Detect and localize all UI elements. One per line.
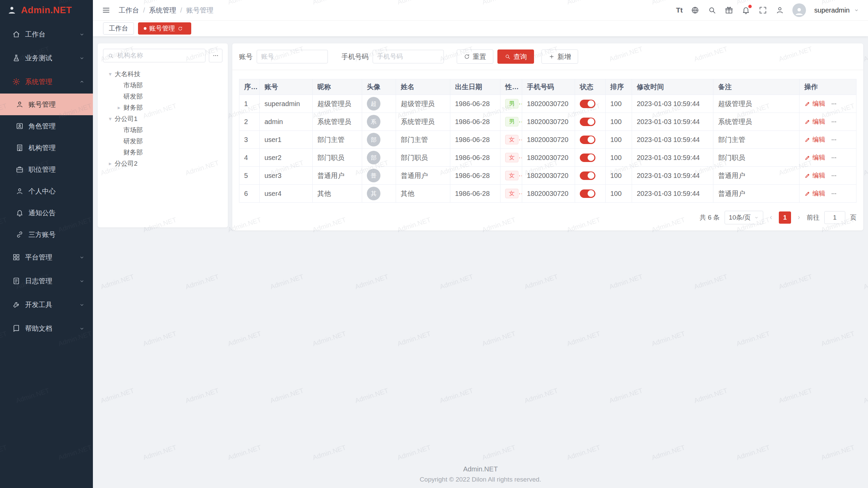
tab[interactable]: 账号管理 (138, 22, 191, 35)
avatar[interactable] (792, 3, 806, 17)
sidebar-item[interactable]: 工作台 (0, 22, 93, 46)
font-size-icon[interactable]: Tt (676, 6, 683, 14)
org-search (103, 49, 205, 62)
notification-button[interactable] (742, 6, 750, 15)
edit-button[interactable]: 编辑 (804, 171, 825, 180)
status-toggle[interactable] (580, 100, 595, 108)
chevron-down-icon[interactable] (854, 7, 859, 13)
refresh-icon[interactable] (178, 26, 183, 31)
tab[interactable]: 工作台 (103, 22, 134, 35)
sidebar-item[interactable]: 通知公告 (0, 202, 93, 224)
status-toggle[interactable] (580, 136, 595, 144)
breadcrumb-item[interactable]: 工作台 (119, 6, 139, 15)
add-button[interactable]: 新增 (541, 49, 578, 64)
sidebar-item[interactable]: 三方账号 (0, 224, 93, 245)
phone-filter-label: 手机号码 (341, 52, 369, 61)
tree-caret-icon[interactable]: ▾ (106, 71, 115, 77)
row-more-icon[interactable] (831, 101, 837, 107)
actions-cell: 编辑 (800, 149, 856, 167)
org-tree: ▾ 大名科技 市场部 研发部 (103, 68, 222, 169)
fullscreen-icon[interactable] (758, 6, 767, 15)
user-menu[interactable]: superadmin (814, 6, 850, 14)
remark-cell: 系统管理员 (713, 113, 800, 131)
birth-cell: 1986-06-28 (450, 113, 500, 131)
nickname-cell: 超级管理员 (313, 95, 362, 113)
flask-icon (12, 54, 20, 62)
edit-button[interactable]: 编辑 (804, 99, 825, 108)
breadcrumb-current: 账号管理 (186, 6, 213, 15)
sidebar-item[interactable]: 机构管理 (0, 137, 93, 159)
search-button[interactable]: 查询 (497, 49, 534, 64)
edit-icon (804, 172, 811, 179)
page-size-select[interactable]: 10条/页 (725, 211, 763, 224)
tree-node[interactable]: ▸ 分公司2 (103, 158, 222, 169)
breadcrumb: 工作台 / 系统管理 / 账号管理 (119, 6, 213, 15)
sidebar-item[interactable]: 开发工具 (0, 293, 93, 317)
row-more-icon[interactable] (831, 172, 837, 179)
row-more-icon[interactable] (831, 119, 837, 125)
avatar-cell: 部 (362, 131, 396, 149)
status-toggle[interactable] (580, 171, 595, 180)
globe-icon[interactable] (691, 6, 699, 15)
tree-node[interactable]: 研发部 (103, 91, 222, 102)
row-more-icon[interactable] (831, 137, 837, 143)
prev-page-icon[interactable] (768, 215, 774, 221)
header-actions: Tt superadmin (676, 3, 859, 17)
tree-caret-icon[interactable]: ▸ (106, 160, 115, 167)
profile-icon[interactable] (775, 6, 784, 15)
more-icon[interactable] (209, 49, 222, 62)
search-icon[interactable] (708, 6, 716, 15)
sidebar-item[interactable]: 业务测试 (0, 46, 93, 70)
tree-node[interactable]: 财务部 (103, 147, 222, 158)
status-toggle[interactable] (580, 189, 595, 198)
birth-cell: 1986-06-28 (450, 149, 500, 167)
reset-button[interactable]: 重置 (457, 49, 493, 64)
sidebar-item[interactable]: 职位管理 (0, 159, 93, 180)
breadcrumb-item[interactable]: 系统管理 (149, 6, 176, 15)
account-filter-input[interactable] (257, 50, 328, 63)
app-logo[interactable]: Admin.NET (0, 0, 93, 20)
search-icon (505, 54, 511, 60)
sidebar-item[interactable]: 角色管理 (0, 115, 93, 137)
toggle-knob (588, 154, 594, 161)
edit-button[interactable]: 编辑 (804, 117, 825, 126)
next-page-icon[interactable] (796, 215, 802, 221)
row-more-icon[interactable] (831, 155, 837, 161)
gender-badge: 女 (505, 171, 518, 180)
sidebar-item[interactable]: 帮助文档 (0, 317, 93, 340)
tree-node[interactable]: ▾ 大名科技 (103, 68, 222, 80)
sidebar-item[interactable]: 日志管理 (0, 269, 93, 293)
sidebar-item[interactable]: 个人中心 (0, 180, 93, 202)
tree-node[interactable]: ▸ 财务部 (103, 102, 222, 113)
tree-node[interactable]: 研发部 (103, 136, 222, 147)
edit-button[interactable]: 编辑 (804, 135, 825, 144)
tree-node[interactable]: 市场部 (103, 124, 222, 136)
edit-button[interactable]: 编辑 (804, 153, 825, 162)
sidebar-item[interactable]: 系统管理 (0, 70, 93, 94)
phone-filter-input[interactable] (373, 50, 444, 63)
order-cell: 100 (606, 113, 632, 131)
status-toggle[interactable] (580, 154, 595, 162)
org-search-input[interactable] (117, 52, 201, 60)
user-icon (16, 100, 24, 108)
sidebar-item[interactable]: 平台管理 (0, 245, 93, 269)
edit-button[interactable]: 编辑 (804, 189, 825, 198)
hamburger-icon[interactable] (102, 6, 111, 15)
column-header: 修改时间 (632, 79, 713, 95)
gender-badge: 男 (505, 117, 518, 126)
modified-cell: 2023-01-03 10:59:44 (632, 113, 713, 131)
tree-node[interactable]: ▾ 分公司1 (103, 113, 222, 124)
phone-cell: 18020030720 (522, 149, 575, 167)
tree-node[interactable]: 市场部 (103, 80, 222, 91)
toggle-knob (588, 190, 594, 197)
goto-page-input[interactable] (824, 211, 845, 224)
theme-icon[interactable] (725, 6, 733, 15)
tree-caret-icon[interactable]: ▾ (106, 116, 115, 122)
page-number[interactable]: 1 (779, 211, 791, 224)
column-header: 账号 (260, 79, 313, 95)
tree-caret-icon[interactable]: ▸ (115, 104, 123, 111)
status-toggle[interactable] (580, 118, 595, 126)
sidebar-item[interactable]: 账号管理 (0, 94, 93, 115)
table-row: 5 user3 普通用户 普 普通用户 1986-06-28 女 1802003… (239, 167, 856, 185)
row-more-icon[interactable] (831, 190, 837, 197)
